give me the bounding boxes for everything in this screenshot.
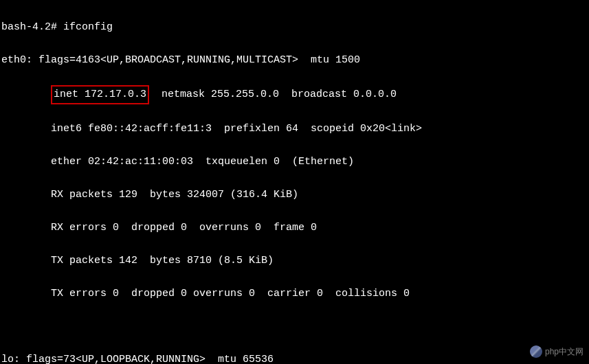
watermark: php中文网 — [530, 345, 584, 359]
command-line: bash-4.2# ifconfig — [1, 19, 588, 36]
eth0-tx-packets: TX packets 142 bytes 8710 (8.5 KiB) — [1, 253, 588, 269]
eth0-rx-errors: RX errors 0 dropped 0 overruns 0 frame 0 — [1, 220, 588, 236]
eth0-ether: ether 02:42:ac:11:00:03 txqueuelen 0 (Et… — [1, 154, 588, 170]
watermark-text: php中文网 — [545, 345, 584, 359]
highlighted-inet: inet 172.17.0.3 — [51, 85, 149, 104]
eth0-header: eth0: flags=4163<UP,BROADCAST,RUNNING,MU… — [1, 52, 588, 69]
eth0-inet6: inet6 fe80::42:acff:fe11:3 prefixlen 64 … — [1, 121, 588, 137]
php-logo-icon — [530, 345, 542, 358]
prompt: bash-4.2# — [1, 21, 63, 33]
eth0-inet-line: inet 172.17.0.3 netmask 255.255.0.0 broa… — [1, 85, 588, 104]
eth0-rx-packets: RX packets 129 bytes 324007 (316.4 KiB) — [1, 187, 588, 203]
eth0-inet-rest: netmask 255.255.0.0 broadcast 0.0.0.0 — [149, 89, 397, 100]
terminal-output[interactable]: bash-4.2# ifconfig eth0: flags=4163<UP,B… — [1, 3, 588, 364]
command-text: ifconfig — [63, 21, 113, 33]
eth0-tx-errors: TX errors 0 dropped 0 overruns 0 carrier… — [1, 286, 588, 302]
lo-header: lo: flags=73<UP,LOOPBACK,RUNNING> mtu 65… — [1, 352, 588, 364]
blank-line — [1, 319, 588, 335]
